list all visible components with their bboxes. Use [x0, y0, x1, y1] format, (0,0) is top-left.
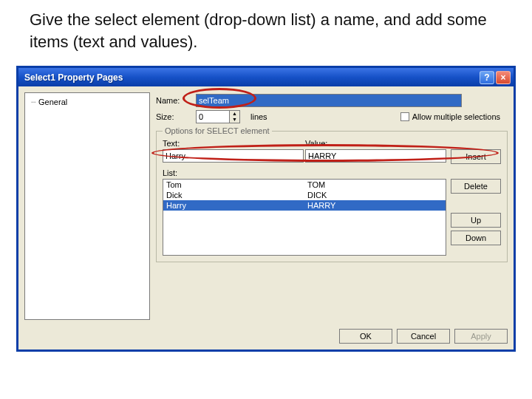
option-value-input[interactable] [305, 149, 446, 163]
options-listbox[interactable]: TomDickHarryTOMDICKHARRY [163, 179, 446, 256]
list-item[interactable]: DICK [304, 190, 446, 200]
up-button[interactable]: Up [451, 213, 501, 228]
chevron-down-icon[interactable]: ▼ [230, 117, 239, 123]
size-input[interactable] [196, 110, 230, 123]
text-label: Text: [163, 139, 304, 148]
size-label: Size: [156, 112, 190, 121]
cancel-button[interactable]: Cancel [397, 329, 450, 344]
help-icon[interactable]: ? [480, 71, 494, 84]
name-input[interactable] [196, 94, 462, 107]
window-title: Select1 Property Pages [24, 72, 480, 83]
apply-button[interactable]: Apply [454, 329, 508, 344]
down-button[interactable]: Down [451, 231, 501, 245]
groupbox-title: Options for SELECT element [163, 126, 272, 135]
titlebar: Select1 Property Pages ? × [18, 68, 514, 86]
allow-multiple-label: Allow multiple selections [412, 112, 500, 121]
allow-multiple-checkbox[interactable] [400, 112, 409, 121]
name-label: Name: [156, 96, 190, 105]
property-pages-window: Select1 Property Pages ? × General Name:… [16, 66, 516, 352]
list-item[interactable]: TOM [304, 180, 446, 190]
value-label: Value: [305, 139, 446, 148]
delete-button[interactable]: Delete [451, 179, 501, 194]
size-spinner[interactable]: ▲ ▼ [230, 110, 240, 123]
category-tree[interactable]: General [24, 92, 150, 320]
instruction-text: Give the select element (drop-down list)… [0, 0, 532, 58]
option-text-input[interactable] [163, 149, 304, 163]
list-item[interactable]: HARRY [304, 200, 446, 211]
list-label: List: [163, 168, 501, 177]
list-item[interactable]: Tom [163, 180, 304, 190]
tree-item-general[interactable]: General [28, 96, 70, 109]
close-icon[interactable]: × [496, 71, 511, 84]
main-panel: Name: Size: ▲ ▼ lines Allow multiple sel… [156, 92, 508, 320]
ok-button[interactable]: OK [339, 329, 392, 344]
insert-button[interactable]: Insert [451, 149, 501, 164]
lines-label: lines [250, 112, 267, 121]
list-item[interactable]: Dick [163, 190, 304, 200]
options-groupbox: Options for SELECT element Text: Value: … [156, 131, 508, 262]
dialog-footer: OK Cancel Apply [18, 326, 514, 349]
list-item[interactable]: Harry [163, 200, 304, 211]
chevron-up-icon[interactable]: ▲ [230, 111, 239, 117]
